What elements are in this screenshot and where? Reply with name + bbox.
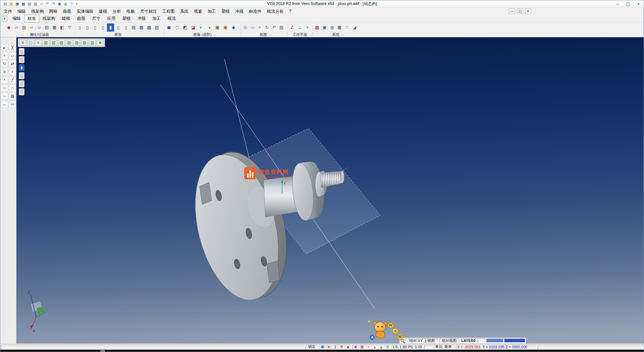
selection-filter[interactable]: ▽ [66,24,73,32]
open-file-icon[interactable]: ▥ [8,1,14,7]
menu-item-modeling[interactable]: 建模 [96,8,110,15]
menu-item-drafting[interactable]: 工程图 [160,8,178,15]
view-mode-field[interactable]: 绝对视图 [439,338,459,343]
tab-modeling[interactable]: 建模 [59,15,74,23]
offset-tool[interactable]: ≡ [1,68,8,76]
view-top[interactable]: ▧ [58,39,65,46]
status-ucs[interactable]: ■ [345,345,351,349]
wireframe-view[interactable]: ◻ [173,24,181,32]
attribute-brush[interactable]: ▨ [20,24,28,32]
tab-mould[interactable]: 塑模 [119,15,134,23]
edit-attributes[interactable]: ◆ [5,24,12,32]
menu-item-help[interactable]: ? [286,8,294,15]
status-display[interactable]: ▣ [320,345,325,349]
viewport-3d[interactable]: Z Z x ≡▢×▧▧▧▧▧▧▧■ ▯▯▮▯▯▯ [16,37,644,344]
shadow-toggle[interactable]: ◑ [206,24,213,32]
undo-icon[interactable]: ↶ [45,1,50,7]
menu-item-flow-analysis[interactable]: 模流分析 [264,8,286,15]
menu-item-mould[interactable]: 塑模 [219,8,232,15]
menu-item-wireframe[interactable]: 线架构 [29,8,47,15]
delete-tool[interactable]: × [9,68,16,76]
display-settings[interactable]: ▣ [321,24,328,32]
graphics-filter-5[interactable]: ▯ [19,80,24,87]
menu-item-system[interactable]: 系统 [177,8,191,15]
calculator-icon[interactable]: ▣ [57,1,62,7]
trim-tool[interactable]: ╳ [9,44,16,51]
menu-item-dimension[interactable]: 尺寸标注 [138,8,160,15]
save-all-icon[interactable]: ▩ [20,1,26,7]
point-tool[interactable]: • [1,76,8,84]
status-settings[interactable]: ⚙ [339,345,344,349]
view-delete[interactable]: × [35,39,42,46]
child-close-button[interactable]: × [525,8,531,14]
view-back[interactable]: ▧ [81,39,88,46]
mirror-tool[interactable]: ⇄ [9,60,16,68]
workplane-reset[interactable]: + [304,24,311,32]
link-entities[interactable]: ∞ [28,24,35,32]
tab-dropdown-button[interactable]: ▾ [2,16,7,21]
menu-item-surface[interactable]: 曲面 [60,8,74,15]
tab-machining[interactable]: 加工 [149,15,164,23]
tab-press[interactable]: 冲模 [134,15,149,23]
previous-view[interactable]: ↶ [271,24,278,32]
measure-tool[interactable]: ↔ [1,100,8,108]
viewbar-menu[interactable]: ≡ [19,39,26,46]
plot-icon[interactable]: ▨ [33,1,38,7]
menu-item-analysis[interactable]: 分析 [110,8,124,15]
shaded-view[interactable]: ◼ [165,24,173,32]
graphics-add[interactable]: ▯ [84,24,91,32]
minimize-button[interactable]: – [612,0,623,7]
snap-settings[interactable]: ∷ [343,24,350,32]
graphics-filter-6[interactable]: ▯ [19,88,24,95]
tab-wireframe[interactable]: 线架构 [39,15,59,23]
copy-attributes[interactable]: ▱ [13,24,20,32]
graphics-table[interactable]: ▤ [130,24,137,32]
note-tool[interactable]: ▭ [9,100,16,108]
tab-application[interactable]: 应用 [104,15,119,23]
advanced-render[interactable]: ◆ [230,24,237,32]
menu-item-mesh[interactable]: 网格 [47,8,60,15]
graphics-filter-1[interactable]: ▯ [19,48,24,55]
arc-tool[interactable]: ∩ [9,84,16,92]
layer-field[interactable]: LAYER0 [460,338,477,343]
graphics-copy[interactable]: ▯ [92,24,99,32]
view-shaded[interactable]: ■ [97,39,103,46]
select-tool[interactable]: ▸ [1,44,8,51]
save-file-icon[interactable]: ▦ [14,1,20,7]
menu-item-file[interactable]: 文件 [1,8,15,15]
tab-surface[interactable]: 曲面 [74,15,89,23]
tab-standard[interactable]: 标准 [24,15,39,23]
menu-item-edit[interactable]: 编辑 [15,8,29,15]
child-minimize-button[interactable]: – [509,8,515,14]
copy-icon[interactable]: ▱ [39,1,44,7]
color-settings[interactable]: ▦ [314,24,320,32]
status-help[interactable]: 2 [332,345,338,349]
table-settings[interactable]: ▦ [336,24,343,32]
view-front[interactable]: ▧ [50,39,57,46]
view-right[interactable]: ▧ [66,39,72,46]
menu-item-standard-parts[interactable]: 标准件 [246,8,264,15]
workplane-create[interactable]: ∠ [289,24,296,32]
view-orientation-field[interactable]: 绝对 XY 上视图 [406,338,439,343]
graphics-list[interactable]: ▯ [76,24,83,32]
material-library[interactable]: ▣ [222,24,229,32]
menu-item-electrode[interactable]: 电极 [124,8,138,15]
render-options[interactable]: ▣ [214,24,221,32]
status-capture[interactable]: ◉ [326,345,332,349]
pan-view[interactable]: + [256,24,263,32]
view-window[interactable]: ▢ [27,39,34,46]
status-palette[interactable]: ▦ [359,345,365,349]
menu-item-press[interactable]: 冲模 [232,8,246,15]
curve-tool[interactable]: ~ [1,92,8,100]
tab-edit[interactable]: 编辑 [9,15,24,23]
world-settings[interactable]: ◍ [329,24,335,32]
maximize-button[interactable]: ▢ [623,0,633,7]
surface-tool[interactable]: ▧ [9,92,16,100]
new-file-icon[interactable]: ▤ [2,1,8,7]
perspective-toggle[interactable]: ◢ [351,24,358,32]
tab-dimension[interactable]: 尺寸 [89,15,104,23]
view-bottom[interactable]: ▧ [89,39,96,46]
menu-item-solid-edit[interactable]: 实体编辑 [74,8,96,15]
menu-item-window[interactable]: 视窗 [191,8,205,15]
move-tool[interactable]: + [1,52,8,59]
